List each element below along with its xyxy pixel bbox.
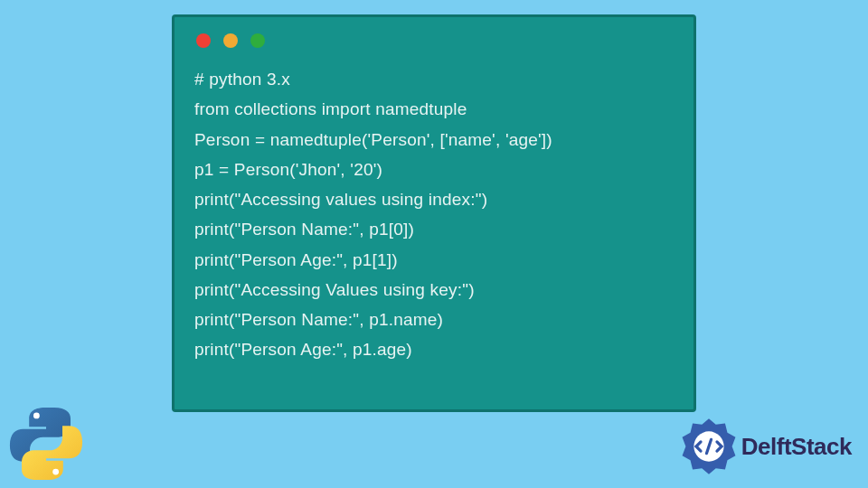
code-window: # python 3.x from collections import nam…	[172, 14, 696, 412]
code-line: print("Accessing Values using key:")	[194, 275, 674, 305]
code-line: print("Person Age:", p1[1])	[194, 245, 674, 275]
minimize-dot-icon	[223, 33, 238, 48]
python-logo-icon	[5, 403, 87, 484]
close-dot-icon	[196, 33, 211, 48]
code-line: p1 = Person('Jhon', '20')	[194, 155, 674, 184]
svg-point-0	[33, 412, 40, 418]
code-line: print("Person Name:", p1.name)	[194, 305, 674, 334]
code-block: # python 3.x from collections import nam…	[194, 64, 674, 365]
code-line: print("Person Name:", p1[0])	[194, 214, 674, 244]
delftstack-brand: DelftStack	[680, 418, 852, 475]
delftstack-badge-icon	[680, 418, 738, 475]
delftstack-brand-text: DelftStack	[741, 433, 852, 461]
code-line: print("Person Age:", p1.age)	[194, 334, 674, 364]
window-traffic-lights	[194, 33, 674, 48]
code-line: # python 3.x	[194, 64, 674, 94]
svg-point-1	[52, 469, 59, 475]
code-line: from collections import namedtuple	[194, 94, 674, 124]
maximize-dot-icon	[250, 33, 265, 48]
code-line: print("Accessing values using index:")	[194, 184, 674, 214]
code-line: Person = namedtuple('Person', ['name', '…	[194, 125, 674, 155]
